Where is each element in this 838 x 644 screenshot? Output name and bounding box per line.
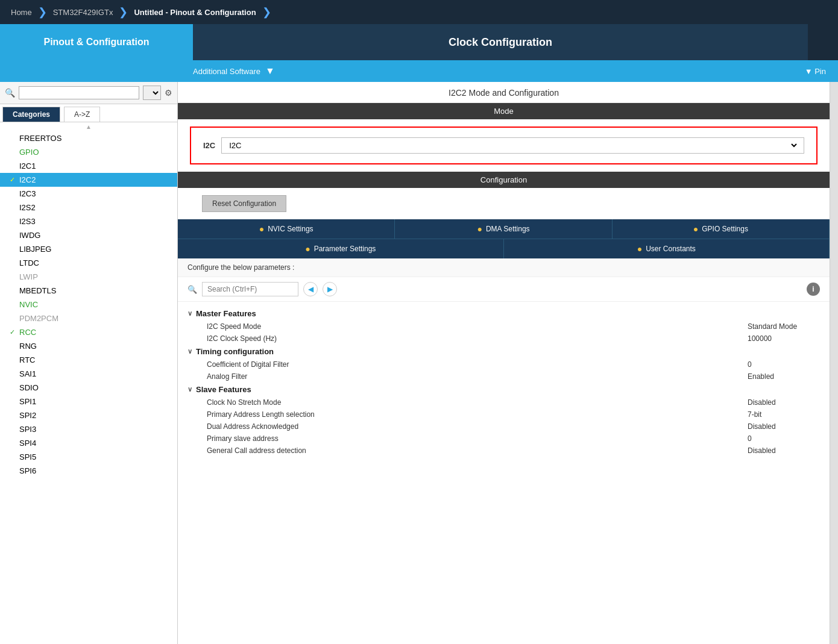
param-name: General Call address detection [207,446,748,455]
sidebar-item-sdio[interactable]: SDIO [0,381,177,395]
reset-config-area: Reset Configuration [178,188,830,219]
collapse-icon: ∨ [187,348,192,355]
sidebar-item-nvic[interactable]: NVIC [0,298,177,311]
sidebar-item-rcc[interactable]: ✓RCC [0,325,177,339]
tab-clock[interactable]: Clock Configuration [193,24,808,60]
param-name: I2C Clock Speed (Hz) [207,334,748,343]
sidebar-item-i2s2[interactable]: I2S2 [0,201,177,214]
param-name: Primary slave address [207,434,748,443]
prev-nav-button[interactable]: ◀ [303,282,318,296]
param-group-master-features[interactable]: ∨Master Features [178,307,830,320]
param-name: Coefficient of Digital Filter [207,360,748,369]
sidebar-filter-select[interactable] [143,86,161,100]
tab-gpio-settings[interactable]: ● GPIO Settings [613,219,830,239]
next-nav-button[interactable]: ▶ [323,282,337,296]
tab-az[interactable]: A->Z [64,107,100,122]
param-group-slave-features[interactable]: ∨Slave Features [178,383,830,396]
param-name: Primary Address Length selection [207,410,748,419]
param-value: 0 [748,360,820,369]
config-tabs-row2: ● Parameter Settings ● User Constants [178,239,830,258]
param-row: Coefficient of Digital Filter0 [178,358,830,370]
pin-label[interactable]: ▼ Pin [805,67,838,76]
sidebar-item-ltdc[interactable]: LTDC [0,256,177,270]
params-search-icon: 🔍 [187,285,197,294]
tab-row: Pinout & Configuration Clock Configurati… [0,24,838,60]
param-value: 7-bit [748,410,820,419]
additional-software-label[interactable]: Additional Software [193,67,260,76]
mode-row: I2C I2C [190,127,818,164]
param-row: Primary Address Length selection7-bit [178,408,830,420]
sidebar-item-i2c3[interactable]: I2C3 [0,187,177,201]
sidebar-item-spi2[interactable]: SPI2 [0,408,177,422]
dma-check-icon: ● [477,224,482,234]
param-value: 100000 [748,334,820,343]
breadcrumb: Home ❯ STM32F429IGTx ❯ Untitled - Pinout… [0,0,838,24]
mode-select[interactable]: I2C [227,140,799,151]
breadcrumb-device[interactable]: STM32F429IGTx [48,8,118,17]
sidebar-search-icon: 🔍 [5,88,15,98]
param-check-icon: ● [305,244,310,254]
param-name: Analog Filter [207,372,748,381]
params-header: Configure the below parameters : [178,258,830,277]
param-row: Clock No Stretch ModeDisabled [178,396,830,408]
param-tree: ∨Master FeaturesI2C Speed ModeStandard M… [178,302,830,461]
sidebar-item-i2c2[interactable]: ✓I2C2 [0,173,177,187]
collapse-icon: ∨ [187,310,192,317]
param-row: Dual Address AcknowledgedDisabled [178,420,830,433]
dropdown-icon: ▼ [265,66,275,77]
sidebar-item-gpio[interactable]: GPIO [0,145,177,159]
info-button[interactable]: i [807,283,820,296]
sidebar-item-libjpeg[interactable]: LIBJPEG [0,242,177,256]
param-row: General Call address detectionDisabled [178,445,830,457]
tab-pinout[interactable]: Pinout & Configuration [0,24,193,60]
tab-parameter-settings[interactable]: ● Parameter Settings [178,239,504,258]
sidebar-item-spi4[interactable]: SPI4 [0,436,177,450]
sidebar-item-i2s3[interactable]: I2S3 [0,214,177,228]
i2c-title: I2C2 Mode and Configuration [178,82,830,103]
tab-dma-settings[interactable]: ● DMA Settings [395,219,612,239]
sidebar-item-pdm2pcm[interactable]: PDM2PCM [0,311,177,325]
content-area: I2C2 Mode and Configuration Mode I2C I2C… [178,82,830,644]
param-value: 0 [748,434,820,443]
tab-user-constants[interactable]: ● User Constants [504,239,830,258]
param-value: Disabled [748,398,820,407]
sidebar-item-spi3[interactable]: SPI3 [0,422,177,436]
config-section-header: Configuration [178,172,830,188]
main-layout: 🔍 ⚙ Categories A->Z ▲ FREERTOSGPIOI2C1✓I… [0,82,838,644]
param-value: Disabled [748,422,820,431]
sidebar-item-rng[interactable]: RNG [0,339,177,353]
sidebar-item-spi1[interactable]: SPI1 [0,395,177,408]
sidebar-search-input[interactable] [19,86,139,99]
sidebar-item-spi6[interactable]: SPI6 [0,464,177,478]
tab-categories[interactable]: Categories [2,107,60,122]
mode-select-wrapper: I2C [221,137,804,154]
sidebar-item-iwdg[interactable]: IWDG [0,228,177,242]
param-name: Dual Address Acknowledged [207,422,748,431]
param-value: Standard Mode [748,322,820,331]
sidebar-item-sai1[interactable]: SAI1 [0,367,177,381]
param-group-timing-configuration[interactable]: ∨Timing configuration [178,345,830,358]
sidebar-item-lwip[interactable]: LWIP [0,270,177,284]
tab-nvic-settings[interactable]: ● NVIC Settings [178,219,395,239]
gear-icon[interactable]: ⚙ [165,88,172,98]
param-row: Analog FilterEnabled [178,370,830,383]
tab-right [808,24,838,60]
param-row: I2C Clock Speed (Hz)100000 [178,333,830,345]
sidebar-item-i2c1[interactable]: I2C1 [0,159,177,173]
breadcrumb-home[interactable]: Home [6,8,37,17]
breadcrumb-current[interactable]: Untitled - Pinout & Configuration [129,8,260,17]
sidebar-item-spi5[interactable]: SPI5 [0,450,177,464]
sidebar-item-freertos[interactable]: FREERTOS [0,131,177,145]
subtab-row: Additional Software ▼ ▼ Pin [0,60,838,82]
reset-config-button[interactable]: Reset Configuration [202,195,286,212]
sidebar-item-rtc[interactable]: RTC [0,353,177,367]
sidebar-item-mbedtls[interactable]: MBEDTLS [0,284,177,298]
params-search-input[interactable] [202,282,298,296]
sidebar-search-bar: 🔍 ⚙ [0,82,177,104]
sidebar-list: FREERTOSGPIOI2C1✓I2C2I2C3I2S2I2S3IWDGLIB… [0,131,177,644]
params-search-bar: 🔍 ◀ ▶ i [178,277,830,302]
sidebar-tab-row: Categories A->Z [0,104,177,122]
sort-indicator: ▲ [0,122,177,131]
param-row: Primary slave address0 [178,433,830,445]
right-scrollbar[interactable] [830,82,838,644]
